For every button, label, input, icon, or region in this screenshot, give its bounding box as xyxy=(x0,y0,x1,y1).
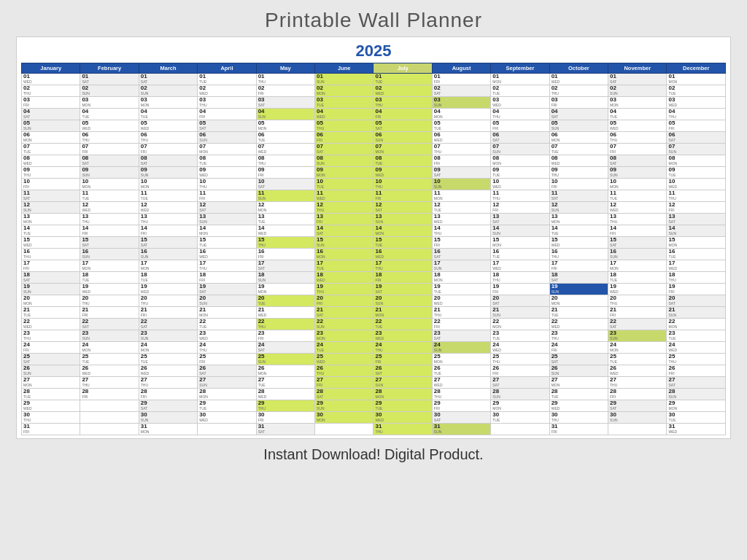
calendar-cell: 29WED xyxy=(22,400,80,412)
calendar-cell: 12WED xyxy=(608,202,667,214)
calendar-cell: 23SAT xyxy=(432,330,490,342)
calendar-cell: 06FRI xyxy=(315,132,374,144)
calendar-cell: 25FRI xyxy=(198,354,256,365)
table-row: 05SUN05WED05WED05SAT05MON05THU05SAT05TUE… xyxy=(22,120,726,132)
table-row: 11SAT11TUE11TUE11FRI11SUN11WED11FRI11MON… xyxy=(22,190,726,202)
calendar-cell: 27THU xyxy=(608,377,667,389)
calendar-cell: 11FRI xyxy=(374,190,432,202)
calendar-cell: 22SAT xyxy=(608,319,667,330)
calendar-cell: 10MON xyxy=(608,179,667,190)
calendar-cell: 21MON xyxy=(198,307,256,319)
calendar-cell: 30TUE xyxy=(491,412,549,424)
calendar-cell: 07THU xyxy=(432,144,490,155)
calendar-cell: 31SAT xyxy=(256,424,314,435)
calendar-cell: 11TUE xyxy=(139,190,197,202)
calendar-cell: 17MON xyxy=(139,260,197,272)
calendar-cell: 23SUN xyxy=(80,330,139,342)
table-row: 15WED15SAT15SAT15TUE15THU15SUN15TUE15FRI… xyxy=(22,237,726,249)
calendar-cell: 08FRI xyxy=(432,155,490,167)
calendar-cell: 28FRI xyxy=(139,389,197,400)
calendar-cell: 24THU xyxy=(198,342,256,354)
calendar-cell: 26MON xyxy=(256,365,314,377)
calendar-cell: 16SUN xyxy=(139,249,197,260)
calendar-cell: 14FRI xyxy=(608,225,667,237)
calendar-cell: 11SAT xyxy=(22,190,80,202)
table-row: 30THU30SUN30WED30FRI30MON30WED30SAT30TUE… xyxy=(22,412,726,424)
calendar-cell: 16WED xyxy=(374,249,432,260)
calendar-cell: 17WED xyxy=(667,260,726,272)
calendar-cell: 29THU xyxy=(256,400,314,412)
calendar-cell: 26TUE xyxy=(432,365,490,377)
calendar-cell: 15SAT xyxy=(80,237,139,249)
calendar-cell: 30WED xyxy=(198,412,256,424)
month-col-aug: August xyxy=(432,63,490,74)
calendar-cell: 16SUN xyxy=(608,249,667,260)
table-row: 09THU09SUN09SUN09WED09FRI09MON09WED09SAT… xyxy=(22,167,726,179)
calendar-cell: 06SUN xyxy=(374,132,432,144)
calendar-cell: 03FRI xyxy=(22,97,80,109)
table-row: 04SAT04TUE04TUE04FRI04SUN04WED04FRI04MON… xyxy=(22,109,726,120)
calendar-cell: 02TUE xyxy=(667,85,726,97)
calendar-cell: 28MON xyxy=(198,389,256,400)
calendar-cell: 16MON xyxy=(315,249,374,260)
calendar-cell: 20SAT xyxy=(667,295,726,307)
table-row: 06MON06THU06THU06SUN06TUE06FRI06SUN06WED… xyxy=(22,132,726,144)
calendar-cell: 14MON xyxy=(374,225,432,237)
calendar-cell: 08MON xyxy=(667,155,726,167)
calendar-cell: 11SAT xyxy=(549,190,608,202)
calendar-cell: 16THU xyxy=(22,249,80,260)
calendar-cell: 01MON xyxy=(491,74,549,85)
calendar-cell: 28SUN xyxy=(667,389,726,400)
calendar-cell: 20SAT xyxy=(491,295,549,307)
calendar-cell: 19FRI xyxy=(491,284,549,295)
calendar-cell: 10WED xyxy=(667,179,726,190)
calendar-cell: 08SAT xyxy=(80,155,139,167)
calendar-cell: 04THU xyxy=(667,109,726,120)
calendar-cell: 20SUN xyxy=(374,295,432,307)
calendar-cell: 14FRI xyxy=(139,225,197,237)
calendar-cell: 15TUE xyxy=(198,237,256,249)
calendar-cell: 03SUN xyxy=(432,97,490,109)
calendar-cell: 19FRI xyxy=(667,284,726,295)
calendar-cell: 05SUN xyxy=(549,120,608,132)
calendar-cell: 14SUN xyxy=(491,225,549,237)
calendar-cell: 29WED xyxy=(549,400,608,412)
calendar-cell: 16TUE xyxy=(491,249,549,260)
calendar-cell: 20MON xyxy=(22,295,80,307)
calendar-cell: 24WED xyxy=(491,342,549,354)
calendar-cell: 06SAT xyxy=(491,132,549,144)
month-header-row: January February March April May June Ju… xyxy=(22,63,726,74)
calendar-cell: 06MON xyxy=(549,132,608,144)
calendar-cell: 15WED xyxy=(549,237,608,249)
calendar-cell: 18SAT xyxy=(549,272,608,284)
calendar-body: 01WED01SAT01SAT01TUE01THU01SUN01TUE01FRI… xyxy=(22,74,726,435)
month-col-may: May xyxy=(256,63,314,74)
calendar-cell: 17SUN xyxy=(432,260,490,272)
calendar-cell: 22SAT xyxy=(139,319,197,330)
calendar-cell: 26WED xyxy=(608,365,667,377)
calendar-cell: 08SAT xyxy=(608,155,667,167)
calendar-cell: 30FRI xyxy=(256,412,314,424)
calendar-cell: 01SAT xyxy=(608,74,667,85)
calendar-cell: 15TUE xyxy=(374,237,432,249)
calendar-cell: 11THU xyxy=(667,190,726,202)
calendar-cell: 21WED xyxy=(256,307,314,319)
calendar-cell: 01SUN xyxy=(315,74,374,85)
calendar-cell: 02SUN xyxy=(80,85,139,97)
calendar-cell: 09WED xyxy=(198,167,256,179)
calendar-cell: 18MON xyxy=(432,272,490,284)
calendar-cell: 23THU xyxy=(22,330,80,342)
calendar-cell: 03THU xyxy=(198,97,256,109)
calendar-cell: 04FRI xyxy=(198,109,256,120)
calendar-cell: 23TUE xyxy=(667,330,726,342)
calendar-cell: 11WED xyxy=(315,190,374,202)
calendar-cell: 07FRI xyxy=(139,144,197,155)
calendar-cell: 29SUN xyxy=(315,400,374,412)
calendar-cell: 24MON xyxy=(139,342,197,354)
calendar-cell: 22FRI xyxy=(432,319,490,330)
calendar-cell: 14WED xyxy=(256,225,314,237)
calendar-cell: 10MON xyxy=(80,179,139,190)
calendar-cell: 29MON xyxy=(491,400,549,412)
table-row: 02THU02SUN02SUN02WED02FRI02MON02WED02SAT… xyxy=(22,85,726,97)
calendar-cell: 02MON xyxy=(315,85,374,97)
